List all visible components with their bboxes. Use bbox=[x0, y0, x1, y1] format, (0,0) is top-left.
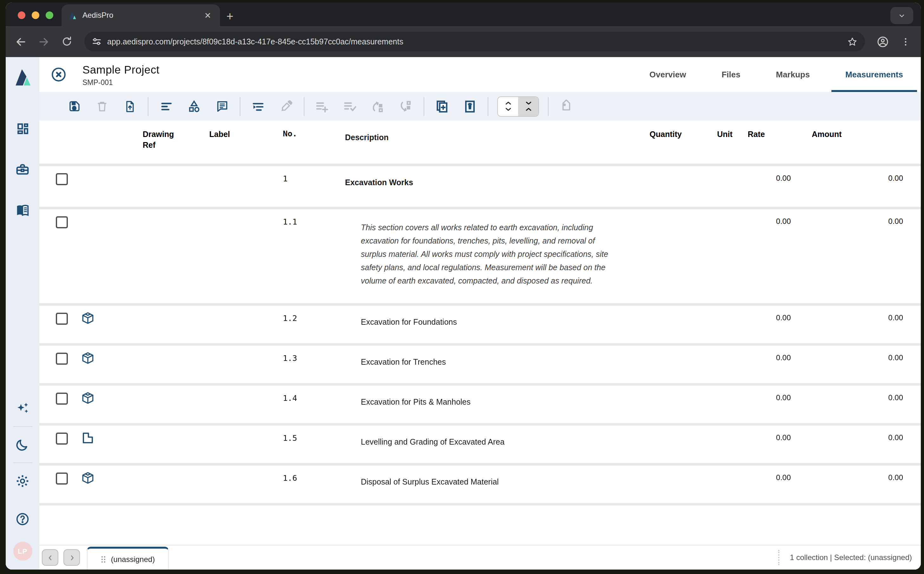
row-unit[interactable] bbox=[691, 426, 735, 463]
expand-all-icon[interactable] bbox=[498, 97, 518, 116]
row-description[interactable]: Levelling and Grading of Excavated Area bbox=[315, 426, 608, 463]
edit-icon[interactable] bbox=[272, 95, 300, 117]
row-description[interactable]: Excavation Works bbox=[315, 166, 608, 207]
row-unit[interactable] bbox=[691, 386, 735, 423]
area-icon[interactable] bbox=[76, 426, 104, 463]
add-section-icon[interactable] bbox=[152, 95, 180, 117]
site-settings-icon[interactable] bbox=[92, 37, 101, 46]
row-quantity[interactable] bbox=[608, 209, 691, 303]
column-no[interactable]: No. bbox=[244, 120, 315, 164]
help-icon[interactable] bbox=[11, 508, 34, 530]
row-rate[interactable]: 0.00 bbox=[735, 306, 792, 343]
kebab-menu-icon[interactable] bbox=[897, 33, 915, 50]
row-checkbox[interactable] bbox=[56, 173, 68, 185]
collection-tab-unassigned[interactable]: (unassigned) bbox=[87, 547, 169, 569]
tab-measurements[interactable]: Measurements bbox=[828, 57, 921, 92]
settings-gear-icon[interactable] bbox=[11, 469, 34, 492]
row-checkbox[interactable] bbox=[56, 432, 68, 445]
row-unit[interactable] bbox=[691, 346, 735, 383]
row-no[interactable]: 1.2 bbox=[244, 306, 315, 343]
forward-icon[interactable] bbox=[35, 33, 53, 50]
table-row[interactable]: 1.2 Excavation for Foundations 0.00 0.00 bbox=[39, 306, 921, 343]
move-up-icon[interactable] bbox=[364, 95, 392, 117]
browser-tab[interactable]: AedisPro ✕ bbox=[61, 5, 220, 26]
table-row[interactable]: 1 Excavation Works 0.00 0.00 bbox=[39, 166, 921, 207]
column-drawing-ref[interactable]: DrawingRef bbox=[104, 120, 170, 164]
add-note-icon[interactable] bbox=[208, 95, 236, 117]
delete-icon[interactable] bbox=[88, 95, 116, 117]
row-description[interactable]: Disposal of Surplus Excavated Material bbox=[315, 465, 608, 503]
prev-collection-button[interactable] bbox=[42, 549, 58, 566]
row-amount[interactable]: 0.00 bbox=[792, 465, 903, 503]
row-amount[interactable]: 0.00 bbox=[792, 426, 903, 463]
url-bar[interactable]: app.aedispro.com/projects/8f09c18d-a13c-… bbox=[84, 32, 865, 51]
delete-collection-icon[interactable] bbox=[456, 95, 484, 117]
tab-list-chevron-icon[interactable] bbox=[890, 7, 913, 24]
row-checkbox[interactable] bbox=[56, 216, 68, 228]
ai-sparkles-icon[interactable] bbox=[11, 397, 34, 420]
profile-icon[interactable] bbox=[874, 33, 892, 50]
drag-handle-icon[interactable] bbox=[101, 555, 106, 563]
add-collection-icon[interactable] bbox=[428, 95, 456, 117]
window-controls[interactable] bbox=[18, 11, 53, 19]
next-collection-button[interactable] bbox=[63, 549, 80, 566]
cube-icon[interactable] bbox=[76, 346, 104, 383]
row-no[interactable]: 1.1 bbox=[244, 209, 315, 303]
dashboard-icon[interactable] bbox=[11, 117, 34, 140]
row-quantity[interactable] bbox=[608, 306, 691, 343]
projects-briefcase-icon[interactable] bbox=[11, 158, 34, 181]
row-unit[interactable] bbox=[691, 209, 735, 303]
row-quantity[interactable] bbox=[608, 465, 691, 503]
row-description[interactable]: Excavation for Trenches bbox=[315, 346, 608, 383]
table-row[interactable]: 1.5 Levelling and Grading of Excavated A… bbox=[39, 426, 921, 463]
bookmark-star-icon[interactable] bbox=[847, 36, 858, 47]
validate-list-icon[interactable] bbox=[336, 95, 364, 117]
insert-row-icon[interactable] bbox=[308, 95, 336, 117]
aedispro-logo[interactable] bbox=[12, 63, 33, 92]
row-quantity[interactable] bbox=[608, 426, 691, 463]
table-row[interactable]: 1.4 Excavation for Pits & Manholes 0.00 … bbox=[39, 386, 921, 423]
row-rate[interactable]: 0.00 bbox=[735, 426, 792, 463]
row-amount[interactable]: 0.00 bbox=[792, 166, 903, 207]
row-rate[interactable]: 0.00 bbox=[735, 465, 792, 503]
minimize-window-button[interactable] bbox=[32, 11, 39, 19]
row-amount[interactable]: 0.00 bbox=[792, 346, 903, 383]
dark-mode-moon-icon[interactable] bbox=[11, 433, 34, 456]
close-window-button[interactable] bbox=[18, 11, 25, 19]
cube-icon[interactable] bbox=[76, 465, 104, 503]
row-checkbox[interactable] bbox=[56, 473, 68, 484]
table-row[interactable]: 1.1 This section covers all works relate… bbox=[39, 209, 921, 303]
row-unit[interactable] bbox=[691, 166, 735, 207]
row-checkbox[interactable] bbox=[56, 353, 68, 365]
close-tab-icon[interactable]: ✕ bbox=[201, 10, 214, 20]
row-unit[interactable] bbox=[691, 306, 735, 343]
row-amount[interactable]: 0.00 bbox=[792, 386, 903, 423]
column-amount[interactable]: Amount bbox=[792, 120, 903, 164]
row-unit[interactable] bbox=[691, 465, 735, 503]
user-avatar[interactable]: LP bbox=[13, 542, 32, 561]
reload-icon[interactable] bbox=[58, 33, 76, 50]
row-checkbox[interactable] bbox=[56, 313, 68, 325]
collapse-all-icon[interactable] bbox=[518, 97, 538, 116]
row-no[interactable]: 1.6 bbox=[244, 465, 315, 503]
row-rate[interactable]: 0.00 bbox=[735, 386, 792, 423]
tab-markups[interactable]: Markups bbox=[758, 57, 828, 92]
row-description[interactable]: Excavation for Pits & Manholes bbox=[315, 386, 608, 423]
new-tab-icon[interactable]: + bbox=[227, 10, 233, 22]
row-no[interactable]: 1.3 bbox=[244, 346, 315, 383]
cube-icon[interactable] bbox=[76, 386, 104, 423]
table-row[interactable]: 1.6 Disposal of Surplus Excavated Materi… bbox=[39, 465, 921, 503]
row-quantity[interactable] bbox=[608, 386, 691, 423]
row-amount[interactable]: 0.00 bbox=[792, 306, 903, 343]
row-no[interactable]: 1 bbox=[244, 166, 315, 207]
tab-overview[interactable]: Overview bbox=[632, 57, 704, 92]
tab-files[interactable]: Files bbox=[704, 57, 758, 92]
row-description[interactable]: This section covers all works related to… bbox=[315, 209, 608, 303]
row-rate[interactable]: 0.00 bbox=[735, 166, 792, 207]
add-shapes-icon[interactable] bbox=[180, 95, 208, 117]
row-description[interactable]: Excavation for Foundations bbox=[315, 306, 608, 343]
row-quantity[interactable] bbox=[608, 346, 691, 383]
back-icon[interactable] bbox=[12, 33, 30, 50]
column-label[interactable]: Label bbox=[170, 120, 244, 164]
row-checkbox[interactable] bbox=[56, 393, 68, 405]
